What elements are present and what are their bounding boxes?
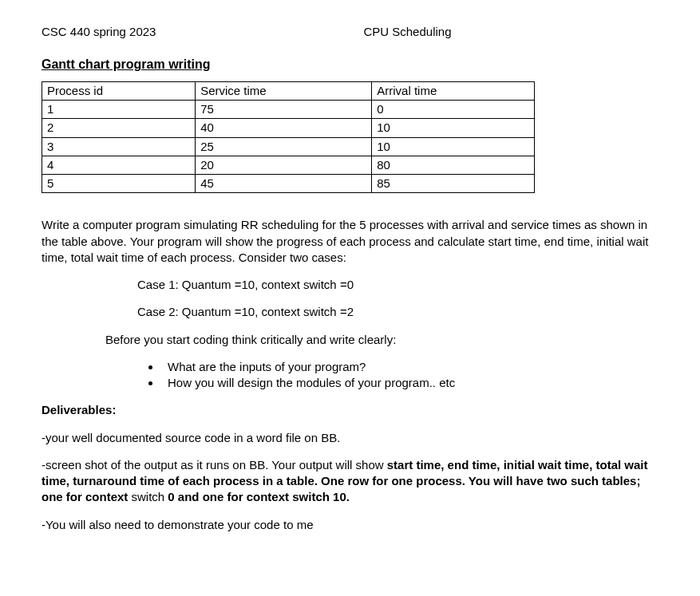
table-row: 4 20 80 xyxy=(42,156,535,174)
deliv2-bold-2: 0 and one for context switch 10. xyxy=(168,490,350,503)
document-header: CSC 440 spring 2023 CPU Scheduling xyxy=(42,24,658,40)
table-row: 2 40 10 xyxy=(42,119,535,137)
table-cell: 2 xyxy=(42,119,196,137)
course-label: CSC 440 spring 2023 xyxy=(42,24,156,40)
intro-paragraph: Write a computer program simulating RR s… xyxy=(42,217,658,266)
table-row: 3 25 10 xyxy=(42,137,535,156)
table-row: 5 45 85 xyxy=(42,175,535,193)
table-header-cell: Service time xyxy=(196,81,372,100)
deliverable-item-3: -You will also need to demonstrate your … xyxy=(42,517,658,533)
table-header-cell: Arrival time xyxy=(372,81,535,100)
table-header-cell: Process id xyxy=(42,81,196,100)
table-cell: 80 xyxy=(372,156,535,174)
table-header-row: Process id Service time Arrival time xyxy=(42,81,535,100)
table-cell: 20 xyxy=(196,156,372,174)
deliv2-text-mid: switch xyxy=(132,490,168,503)
subject-label: CPU Scheduling xyxy=(363,24,451,40)
table-cell: 1 xyxy=(42,101,196,119)
table-cell: 10 xyxy=(372,119,535,137)
table-cell: 85 xyxy=(372,175,535,193)
deliverables-heading: Deliverables: xyxy=(42,402,658,418)
deliverable-item-2: -screen shot of the output as it runs on… xyxy=(42,457,658,506)
case-1-text: Case 1: Quantum =10, context switch =0 xyxy=(137,277,658,293)
table-row: 1 75 0 xyxy=(42,101,535,119)
table-cell: 25 xyxy=(196,137,372,156)
list-item: What are the inputs of your program? xyxy=(161,359,658,375)
table-cell: 45 xyxy=(196,175,372,193)
table-cell: 40 xyxy=(196,119,372,137)
document-title: Gantt chart program writing xyxy=(42,56,658,73)
table-cell: 75 xyxy=(196,101,372,119)
table-cell: 3 xyxy=(42,137,196,156)
table-cell: 5 xyxy=(42,175,196,193)
deliv2-text-a: -screen shot of the output as it runs on… xyxy=(42,458,387,472)
case-2-text: Case 2: Quantum =10, context switch =2 xyxy=(137,304,658,320)
think-preamble: Before you start coding think critically… xyxy=(105,332,658,348)
deliverable-item-1: -your well documented source code in a w… xyxy=(42,430,658,446)
table-cell: 4 xyxy=(42,156,196,174)
list-item: How you will design the modules of your … xyxy=(161,375,658,391)
think-bullet-list: What are the inputs of your program? How… xyxy=(161,359,658,392)
process-table: Process id Service time Arrival time 1 7… xyxy=(42,81,535,194)
table-cell: 0 xyxy=(372,101,535,119)
table-cell: 10 xyxy=(372,137,535,156)
